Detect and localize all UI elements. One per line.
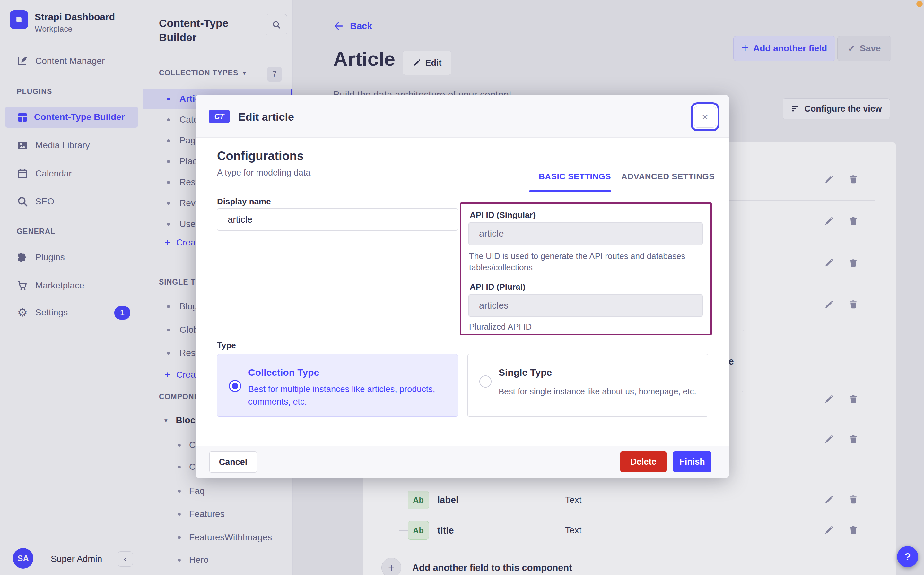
display-name-field-wrap — [217, 208, 458, 231]
modal-title: Edit article — [238, 111, 294, 123]
question-icon: ? — [905, 551, 911, 563]
collection-type-title: Collection Type — [248, 367, 319, 378]
api-id-plural-hint: Pluralized API ID — [469, 321, 532, 332]
content-type-badge: CT — [209, 110, 230, 123]
delete-button[interactable]: Delete — [620, 451, 666, 472]
api-id-singular-input[interactable] — [468, 222, 703, 245]
modal-subheading: A type for modeling data — [217, 168, 310, 178]
close-icon: × — [702, 111, 708, 123]
api-id-plural-input[interactable] — [468, 294, 703, 317]
type-label: Type — [217, 340, 236, 350]
display-name-input[interactable] — [217, 208, 458, 231]
single-type-title: Single Type — [499, 367, 552, 378]
tab-advanced-settings[interactable]: ADVANCED SETTINGS — [621, 172, 715, 182]
radio-unselected-icon[interactable] — [479, 375, 491, 388]
collection-type-desc: Best for multiple instances like article… — [248, 383, 450, 408]
close-button[interactable]: × — [694, 106, 716, 128]
single-type-option[interactable]: Single Type Best for single instance lik… — [468, 354, 708, 417]
notification-dot — [916, 1, 923, 7]
help-button[interactable]: ? — [897, 546, 918, 567]
edit-article-modal: CT Edit article × Configurations A type … — [196, 95, 729, 478]
cancel-button[interactable]: Cancel — [209, 451, 257, 473]
api-id-highlight-box: API ID (Singular) The UID is used to gen… — [460, 202, 712, 335]
api-id-plural-field-wrap — [468, 294, 703, 317]
api-id-singular-label: API ID (Singular) — [470, 210, 536, 220]
tabs-divider — [217, 192, 708, 192]
collection-type-option[interactable]: Collection Type Best for multiple instan… — [217, 354, 458, 417]
active-tab-indicator — [529, 190, 611, 192]
api-id-singular-hint: The UID is used to generate the API rout… — [469, 251, 690, 273]
api-id-singular-field-wrap — [468, 222, 703, 245]
modal-footer: Cancel Delete Finish — [196, 446, 729, 478]
tab-basic-settings[interactable]: BASIC SETTINGS — [539, 172, 611, 182]
strapi-app: Strapi Dashboard Workplace Content Manag… — [0, 0, 924, 575]
api-id-plural-label: API ID (Plural) — [470, 282, 525, 292]
display-name-label: Display name — [217, 197, 271, 206]
modal-header: CT Edit article × — [196, 95, 729, 138]
single-type-desc: Best for single instance like about us, … — [499, 386, 697, 398]
modal-heading: Configurations — [217, 149, 304, 163]
radio-selected-icon[interactable] — [229, 380, 241, 392]
finish-button[interactable]: Finish — [673, 451, 711, 472]
